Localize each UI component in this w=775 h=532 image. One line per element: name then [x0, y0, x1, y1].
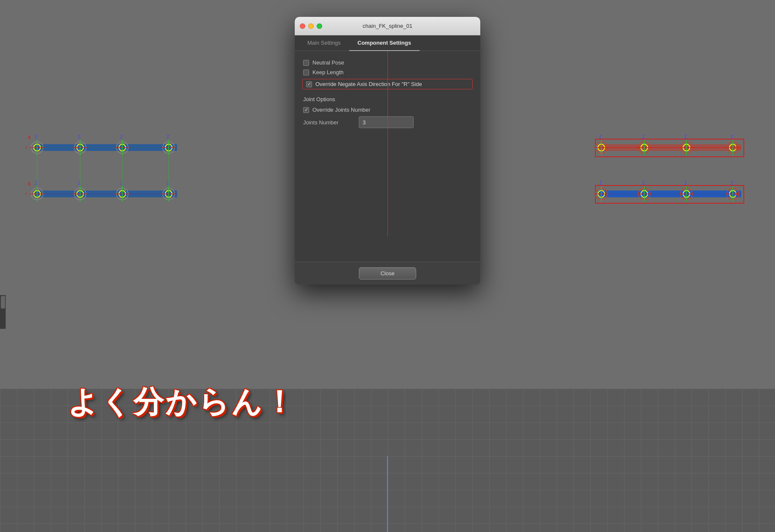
svg-text:Z: Z — [642, 134, 645, 139]
joint-options-label: Joint Options — [303, 96, 472, 102]
svg-text:X: X — [735, 145, 738, 150]
traffic-lights — [300, 23, 322, 29]
blue-center-line — [387, 456, 388, 532]
override-negate-label: Override Negate Axis Direction For "R" S… — [315, 81, 422, 87]
scrollbar-left[interactable] — [0, 295, 6, 329]
svg-text:X: X — [28, 135, 31, 140]
svg-text:Z: Z — [120, 134, 123, 139]
keep-length-row: Keep Length — [303, 69, 472, 75]
keep-length-checkbox[interactable] — [303, 70, 309, 75]
dialog-titlebar: chain_FK_spline_01 — [295, 17, 480, 35]
dialog-title: chain_FK_spline_01 — [363, 23, 412, 29]
tab-main-settings[interactable]: Main Settings — [299, 35, 349, 51]
svg-text:Z: Z — [642, 181, 645, 185]
svg-text:Z: Z — [599, 181, 602, 185]
override-joints-row: ✓ Override Joints Number — [303, 107, 472, 113]
svg-rect-54 — [598, 144, 741, 151]
override-joints-checkbox[interactable]: ✓ — [303, 107, 309, 113]
neutral-pose-checkbox[interactable] — [303, 60, 309, 66]
window-minimize-button[interactable] — [308, 23, 314, 29]
window-maximize-button[interactable] — [317, 23, 322, 29]
override-negate-row: ✓ Override Negate Axis Direction For "R"… — [302, 79, 473, 89]
rig-left: X Y Z Z Z — [25, 114, 186, 207]
joints-number-label: Joints Number — [303, 119, 354, 126]
dialog-tabs: Main Settings Component Settings — [295, 35, 480, 51]
override-negate-checkbox[interactable]: ✓ — [306, 81, 312, 87]
joints-number-spinbox[interactable]: ▲ ▼ — [359, 116, 414, 128]
svg-rect-78 — [598, 191, 741, 197]
dialog-window: chain_FK_spline_01 Main Settings Compone… — [295, 17, 480, 285]
svg-rect-2 — [34, 144, 177, 151]
override-joints-label: Override Joints Number — [312, 107, 370, 113]
rig-right: Z Z Z X Z — [589, 114, 750, 207]
svg-text:Y: Y — [25, 145, 27, 150]
svg-text:Z: Z — [599, 134, 602, 139]
tab-component-settings[interactable]: Component Settings — [349, 35, 420, 51]
svg-text:Z: Z — [167, 134, 169, 139]
svg-text:X: X — [735, 192, 738, 196]
scrollbar-thumb[interactable] — [1, 296, 5, 309]
dialog-footer: Close — [295, 262, 480, 285]
svg-text:Z: Z — [35, 134, 38, 139]
svg-text:Z: Z — [78, 134, 81, 139]
dialog-body: Neutral Pose Keep Length ✓ Override Nega… — [295, 51, 480, 262]
close-button[interactable]: Close — [359, 267, 416, 279]
svg-rect-26 — [34, 191, 177, 197]
window-close-button[interactable] — [300, 23, 305, 29]
svg-text:Z: Z — [684, 134, 687, 139]
keep-length-label: Keep Length — [312, 69, 344, 75]
svg-text:Z: Z — [731, 134, 733, 139]
svg-text:X: X — [28, 182, 31, 186]
joints-number-input[interactable] — [359, 118, 414, 127]
joints-number-row: Joints Number ▲ ▼ — [303, 116, 472, 128]
neutral-pose-label: Neutral Pose — [312, 59, 344, 66]
svg-text:Y: Y — [25, 192, 27, 196]
svg-text:Z: Z — [731, 181, 733, 185]
svg-text:Z: Z — [684, 181, 687, 185]
neutral-pose-row: Neutral Pose — [303, 59, 472, 66]
